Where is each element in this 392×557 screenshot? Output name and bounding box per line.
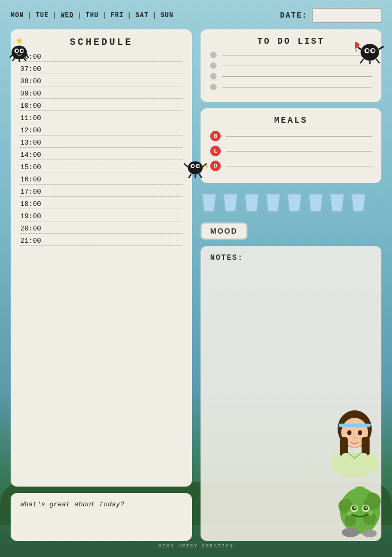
day-tue[interactable]: TUE bbox=[36, 12, 49, 19]
day-sat[interactable]: SAT bbox=[135, 12, 149, 19]
time-slot-1300: 13:00 bbox=[20, 139, 182, 150]
svg-line-6 bbox=[26, 54, 29, 58]
time-divider bbox=[20, 147, 182, 148]
time-divider bbox=[20, 209, 182, 209]
water-cup-3[interactable] bbox=[243, 193, 260, 213]
day-mon[interactable]: MON bbox=[11, 12, 24, 19]
todo-item bbox=[210, 62, 372, 69]
svg-marker-63 bbox=[203, 194, 215, 199]
time-divider bbox=[20, 196, 182, 197]
meal-badge-l: L bbox=[210, 146, 221, 156]
todo-bullet-3 bbox=[210, 73, 217, 79]
header-nav: MON | TUE | WED | THU | FRI | SAT | SUN … bbox=[11, 8, 381, 23]
todo-bullet-1 bbox=[210, 52, 217, 58]
svg-rect-45 bbox=[367, 454, 377, 473]
svg-rect-44 bbox=[332, 454, 342, 473]
time-slot-1700: 17:00 bbox=[20, 188, 182, 199]
svg-point-23 bbox=[372, 49, 375, 52]
time-label: 18:00 bbox=[20, 200, 182, 208]
time-slot-1900: 19:00 bbox=[20, 212, 182, 224]
time-label: 09:00 bbox=[20, 90, 182, 98]
radish-spirit-character bbox=[336, 480, 384, 538]
time-divider bbox=[20, 160, 182, 160]
svg-marker-67 bbox=[245, 194, 258, 199]
soot-sprite-decoration-right bbox=[355, 35, 385, 64]
svg-point-40 bbox=[347, 431, 351, 435]
date-label: DATE: bbox=[280, 11, 308, 20]
reflection-panel[interactable]: What's great about today? bbox=[11, 493, 192, 541]
svg-line-27 bbox=[189, 174, 191, 178]
svg-marker-77 bbox=[352, 194, 365, 199]
meal-line-d bbox=[226, 166, 372, 166]
water-cup-6[interactable] bbox=[307, 193, 324, 213]
todo-line-2 bbox=[222, 66, 372, 66]
water-cup-8[interactable] bbox=[350, 193, 367, 213]
time-slot-1400: 14:00 bbox=[20, 151, 182, 162]
todo-line-1 bbox=[222, 55, 372, 55]
time-slot-1000: 10:00 bbox=[20, 102, 182, 113]
svg-point-11 bbox=[361, 44, 379, 60]
time-label: 16:00 bbox=[20, 176, 182, 184]
svg-marker-73 bbox=[309, 194, 322, 199]
time-label: 20:00 bbox=[20, 225, 182, 233]
water-cup-7[interactable] bbox=[329, 193, 346, 213]
chihiro-character bbox=[328, 405, 381, 474]
soot-sprite-decoration-mid bbox=[183, 155, 207, 179]
time-slot-1500: 15:00 bbox=[20, 163, 182, 174]
day-thu[interactable]: THU bbox=[85, 12, 99, 19]
day-fri[interactable]: FRI bbox=[110, 12, 124, 19]
time-slot-1200: 12:00 bbox=[20, 126, 182, 138]
water-cup-2[interactable] bbox=[222, 193, 239, 213]
notes-title: NOTES: bbox=[210, 253, 372, 262]
todo-item bbox=[210, 52, 372, 58]
svg-point-24 bbox=[188, 161, 203, 174]
time-divider bbox=[20, 233, 182, 234]
svg-point-34 bbox=[197, 165, 199, 167]
todo-bullet-4 bbox=[210, 84, 217, 90]
svg-line-29 bbox=[199, 174, 202, 178]
time-divider bbox=[20, 61, 182, 62]
todo-item bbox=[210, 84, 372, 90]
svg-point-47 bbox=[339, 499, 353, 513]
time-slot-2100: 21:00 bbox=[20, 237, 182, 248]
svg-rect-38 bbox=[362, 437, 370, 456]
svg-point-60 bbox=[342, 528, 359, 537]
svg-point-57 bbox=[365, 506, 367, 508]
meal-line-l bbox=[226, 151, 372, 152]
water-cup-5[interactable] bbox=[286, 193, 303, 213]
day-wed[interactable]: WED bbox=[61, 12, 74, 19]
time-label: 07:00 bbox=[20, 65, 182, 73]
svg-point-9 bbox=[16, 50, 19, 52]
svg-point-22 bbox=[366, 49, 369, 52]
meal-dinner: D bbox=[210, 161, 372, 171]
schedule-panel: SCHEDULE 06:0007:0008:0009:0010:0011:001… bbox=[11, 29, 192, 487]
left-column: SCHEDULE 06:0007:0008:0009:0010:0011:001… bbox=[11, 29, 192, 541]
water-cup-4[interactable] bbox=[265, 193, 282, 213]
time-divider bbox=[20, 172, 182, 172]
reflection-text: What's great about today? bbox=[20, 500, 182, 508]
day-sun[interactable]: SUN bbox=[161, 12, 174, 19]
svg-point-61 bbox=[363, 530, 377, 537]
time-divider bbox=[20, 245, 182, 246]
time-divider bbox=[20, 135, 182, 136]
time-label: 21:00 bbox=[20, 237, 182, 245]
mood-button[interactable]: MOOD bbox=[201, 222, 247, 240]
svg-marker-75 bbox=[331, 194, 343, 199]
time-label: 15:00 bbox=[20, 163, 182, 171]
date-input[interactable] bbox=[312, 8, 381, 23]
time-divider bbox=[20, 110, 182, 111]
svg-marker-0 bbox=[16, 37, 23, 44]
time-label: 10:00 bbox=[20, 102, 182, 110]
time-divider bbox=[20, 86, 182, 86]
meal-badge-d: D bbox=[210, 161, 221, 171]
svg-marker-71 bbox=[288, 194, 301, 199]
schedule-title: SCHEDULE bbox=[20, 37, 182, 47]
time-slot-0600: 06:00 bbox=[20, 53, 182, 64]
time-slot-1100: 11:00 bbox=[20, 114, 182, 125]
time-label: 13:00 bbox=[20, 139, 182, 147]
svg-marker-69 bbox=[267, 194, 279, 199]
water-cup-1[interactable] bbox=[201, 193, 218, 213]
time-divider bbox=[20, 74, 182, 74]
schedule-times-list: 06:0007:0008:0009:0010:0011:0012:0013:00… bbox=[20, 53, 182, 248]
meals-panel: MEALS B L D bbox=[201, 108, 381, 183]
